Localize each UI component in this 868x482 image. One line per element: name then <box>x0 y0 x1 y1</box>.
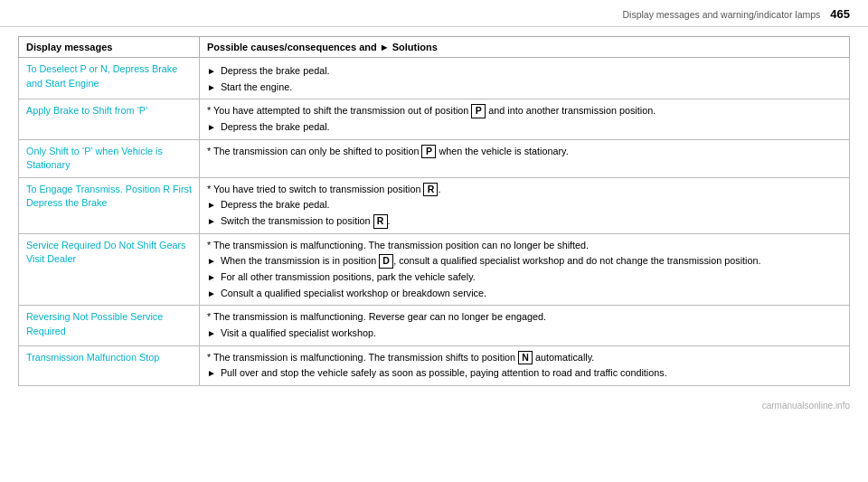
causes-cell: * The transmission is malfunctioning. Th… <box>200 345 850 385</box>
star-item: * The transmission is malfunctioning. Th… <box>207 351 842 365</box>
page-number: 465 <box>830 7 850 21</box>
boxed-letter: P <box>471 104 486 118</box>
star-item: * The transmission is malfunctioning. Re… <box>207 310 842 325</box>
table-row: To Engage Transmiss. Position R First De… <box>19 177 850 233</box>
arrow-item: ►Depress the brake pedal. <box>207 64 842 79</box>
arrow-text: Switch the transmission to position R. <box>221 214 391 229</box>
arrow-icon: ► <box>207 327 216 341</box>
display-message-cell: Transmission Malfunction Stop <box>19 345 200 385</box>
arrow-icon: ► <box>207 81 216 95</box>
display-messages-table: Display messages Possible causes/consequ… <box>18 36 850 386</box>
arrow-icon: ► <box>207 121 216 135</box>
arrow-item: ►Visit a qualified specialist workshop. <box>207 326 842 341</box>
arrow-icon: ► <box>207 199 216 213</box>
boxed-letter: R <box>423 183 438 197</box>
arrow-text: When the transmission is in position D, … <box>221 254 761 269</box>
arrow-icon: ► <box>207 367 216 381</box>
arrow-icon: ► <box>207 215 216 229</box>
arrow-item: ►Depress the brake pedal. <box>207 198 842 213</box>
arrow-icon: ► <box>207 65 216 79</box>
table-row: Service Required Do Not Shift Gears Visi… <box>19 233 850 306</box>
arrow-text: Depress the brake pedal. <box>221 198 330 213</box>
arrow-icon: ► <box>207 271 216 285</box>
table-row: Only Shift to ‘P’ when Vehicle is Statio… <box>19 139 850 177</box>
footer-watermark: carmanualsonline.info <box>0 395 868 416</box>
star-item: * The transmission can only be shifted t… <box>207 145 842 159</box>
display-message-text: Apply Brake to Shift from ‘P’ <box>26 105 147 116</box>
arrow-text: Visit a qualified specialist workshop. <box>221 326 376 341</box>
star-item: * You have tried to switch to transmissi… <box>207 183 842 197</box>
boxed-letter: N <box>518 351 533 365</box>
arrow-item: ►Pull over and stop the vehicle safely a… <box>207 366 842 381</box>
arrow-text: Start the engine. <box>221 80 292 95</box>
causes-cell: * You have attempted to shift the transm… <box>200 99 850 139</box>
arrow-text: Consult a qualified specialist workshop … <box>221 287 486 301</box>
table-row: Reversing Not Possible Service Required*… <box>19 306 850 345</box>
display-message-text: Reversing Not Possible Service Required <box>26 311 163 336</box>
content-area: Display messages Possible causes/consequ… <box>0 27 868 395</box>
display-message-cell: To Engage Transmiss. Position R First De… <box>19 177 200 233</box>
display-message-cell: Reversing Not Possible Service Required <box>19 306 200 345</box>
causes-cell: * You have tried to switch to transmissi… <box>200 177 850 233</box>
display-message-text: Service Required Do Not Shift Gears Visi… <box>26 240 185 265</box>
arrow-item: ►Depress the brake pedal. <box>207 120 842 135</box>
col2-header: Possible causes/consequences and ► Solut… <box>200 37 850 58</box>
table-row: To Deselect P or N, Depress Brake and St… <box>19 58 850 99</box>
arrow-text: For all other transmission positions, pa… <box>221 270 476 285</box>
display-message-text: Transmission Malfunction Stop <box>26 352 159 363</box>
star-item: * You have attempted to shift the transm… <box>207 104 842 118</box>
boxed-letter: P <box>421 145 436 159</box>
arrow-icon: ► <box>207 255 216 269</box>
display-message-cell: Apply Brake to Shift from ‘P’ <box>19 99 200 139</box>
causes-cell: * The transmission is malfunctioning. Th… <box>200 233 850 306</box>
causes-cell: ►Depress the brake pedal.►Start the engi… <box>200 58 850 99</box>
col2-header-text: Possible causes/consequences and ► Solut… <box>207 42 438 52</box>
arrow-icon: ► <box>207 288 216 301</box>
display-message-cell: Only Shift to ‘P’ when Vehicle is Statio… <box>19 139 200 177</box>
boxed-letter: D <box>379 254 393 269</box>
arrow-text: Depress the brake pedal. <box>221 120 330 135</box>
arrow-item: ►Start the engine. <box>207 80 842 95</box>
display-message-text: To Engage Transmiss. Position R First De… <box>26 184 192 209</box>
arrow-text: Depress the brake pedal. <box>221 64 330 79</box>
causes-cell: * The transmission can only be shifted t… <box>200 139 850 177</box>
display-message-cell: Service Required Do Not Shift Gears Visi… <box>19 233 200 306</box>
table-row: Transmission Malfunction Stop* The trans… <box>19 345 850 385</box>
arrow-text: Pull over and stop the vehicle safely as… <box>221 366 667 381</box>
table-row: Apply Brake to Shift from ‘P’* You have … <box>19 99 850 139</box>
col1-header: Display messages <box>19 37 200 58</box>
display-message-text: To Deselect P or N, Depress Brake and St… <box>26 63 177 89</box>
table-header-row: Display messages Possible causes/consequ… <box>19 37 850 58</box>
arrow-item: ►When the transmission is in position D,… <box>207 254 842 269</box>
causes-cell: * The transmission is malfunctioning. Re… <box>200 306 850 345</box>
star-item: * The transmission is malfunctioning. Th… <box>207 239 842 253</box>
header-title: Display messages and warning/indicator l… <box>623 9 821 20</box>
arrow-item: ►For all other transmission positions, p… <box>207 270 842 285</box>
page-header: Display messages and warning/indicator l… <box>0 0 868 27</box>
boxed-letter: R <box>373 214 388 229</box>
display-message-text: Only Shift to ‘P’ when Vehicle is Statio… <box>26 146 163 171</box>
arrow-item: ►Switch the transmission to position R. <box>207 214 842 229</box>
arrow-item: ►Consult a qualified specialist workshop… <box>207 287 842 301</box>
display-message-cell: To Deselect P or N, Depress Brake and St… <box>19 58 200 99</box>
